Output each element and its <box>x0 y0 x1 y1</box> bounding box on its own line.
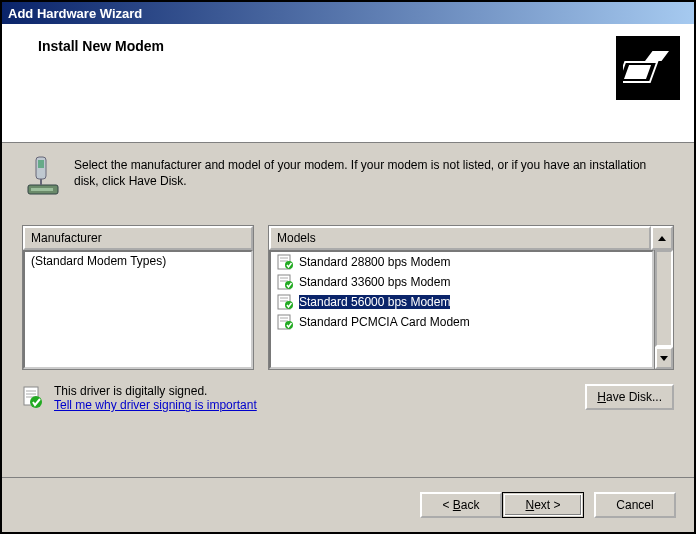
models-item[interactable]: Standard PCMCIA Card Modem <box>271 312 652 332</box>
signed-driver-icon <box>277 274 295 290</box>
svg-point-10 <box>285 261 293 269</box>
wizard-footer: < Back Next > Cancel <box>2 477 694 532</box>
signing-row: This driver is digitally signed. Tell me… <box>22 384 674 412</box>
wizard-window: Add Hardware Wizard Install New Modem <box>0 0 696 534</box>
cancel-button[interactable]: Cancel <box>594 492 676 518</box>
wizard-header: Install New Modem <box>2 24 694 143</box>
models-item-label: Standard 33600 bps Modem <box>299 275 450 289</box>
svg-rect-3 <box>31 188 53 191</box>
window-title: Add Hardware Wizard <box>8 6 142 21</box>
scrollbar-track[interactable] <box>655 250 673 347</box>
signing-status: This driver is digitally signed. <box>54 384 257 398</box>
models-panel: Models Standard 28800 bps ModemStandard … <box>268 225 674 370</box>
signed-driver-icon <box>277 254 295 270</box>
next-button[interactable]: Next > <box>502 492 584 518</box>
models-list[interactable]: Standard 28800 bps ModemStandard 33600 b… <box>269 250 654 369</box>
titlebar[interactable]: Add Hardware Wizard <box>2 2 694 24</box>
models-scrollbar[interactable] <box>654 250 673 369</box>
back-button[interactable]: < Back <box>420 492 502 518</box>
models-item-label: Standard 28800 bps Modem <box>299 255 450 269</box>
instruction-text: Select the manufacturer and model of you… <box>74 155 674 197</box>
svg-point-18 <box>285 301 293 309</box>
svg-rect-5 <box>38 160 44 168</box>
signed-driver-icon <box>277 294 295 310</box>
signing-info: This driver is digitally signed. Tell me… <box>22 384 257 412</box>
models-item-label: Standard PCMCIA Card Modem <box>299 315 470 329</box>
page-title: Install New Modem <box>38 38 674 54</box>
scroll-down-button[interactable] <box>655 347 673 369</box>
models-item[interactable]: Standard 56000 bps Modem <box>271 292 652 312</box>
lists-row: Manufacturer (Standard Modem Types) Mode… <box>22 225 674 370</box>
hardware-icon <box>616 36 680 100</box>
manufacturer-list[interactable]: (Standard Modem Types) <box>23 250 253 369</box>
manufacturer-header[interactable]: Manufacturer <box>23 226 253 250</box>
models-item[interactable]: Standard 28800 bps Modem <box>271 252 652 272</box>
signed-driver-icon <box>277 314 295 330</box>
signed-icon <box>22 384 44 412</box>
scroll-up-button[interactable] <box>651 226 673 250</box>
svg-point-14 <box>285 281 293 289</box>
have-disk-button[interactable]: Have Disk... <box>585 384 674 410</box>
modem-icon <box>22 155 62 197</box>
models-item-label: Standard 56000 bps Modem <box>299 295 450 309</box>
models-item[interactable]: Standard 33600 bps Modem <box>271 272 652 292</box>
svg-point-27 <box>30 396 42 408</box>
signing-link[interactable]: Tell me why driver signing is important <box>54 398 257 412</box>
manufacturer-panel: Manufacturer (Standard Modem Types) <box>22 225 254 370</box>
models-header[interactable]: Models <box>269 226 651 250</box>
wizard-body: Select the manufacturer and model of you… <box>2 143 694 477</box>
manufacturer-item[interactable]: (Standard Modem Types) <box>25 252 251 270</box>
svg-point-22 <box>285 321 293 329</box>
svg-rect-1 <box>625 66 649 78</box>
instruction-row: Select the manufacturer and model of you… <box>22 155 674 197</box>
